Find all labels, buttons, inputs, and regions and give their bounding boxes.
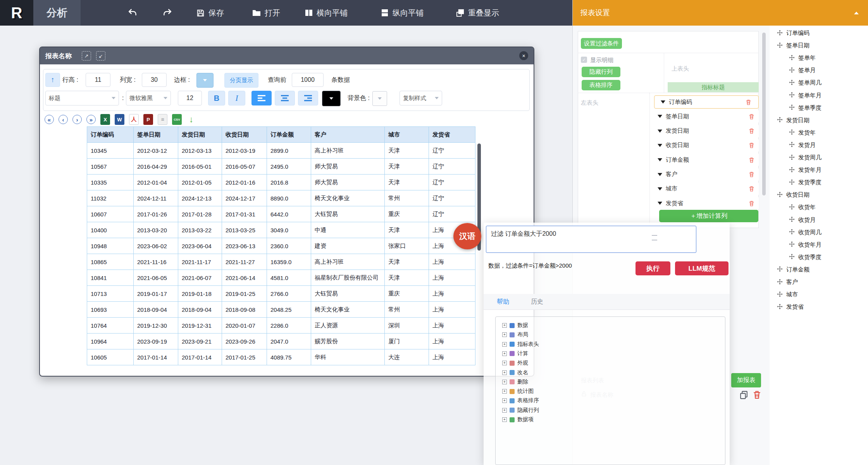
table-row[interactable]: 103452012-03-122012-03-132012-03-192899.…	[87, 143, 475, 159]
delete-field-icon[interactable]	[748, 171, 755, 178]
print-icon[interactable]: P	[143, 114, 153, 125]
field-dropdown-icon[interactable]	[658, 158, 662, 161]
export-text-icon[interactable]: ≡	[158, 114, 167, 125]
tree-item[interactable]: +隐藏行列	[502, 407, 539, 414]
metric-field-item[interactable]: 客户	[654, 168, 759, 181]
table-row[interactable]: 107642019-12-302019-12-312020-01-072286.…	[87, 318, 475, 334]
app-title-tab[interactable]: 分析	[33, 0, 81, 26]
source-field-item[interactable]: 签单日期	[777, 42, 809, 49]
tile-horizontal-button[interactable]: 横向平铺	[305, 0, 348, 26]
open-button[interactable]: 打开	[252, 0, 280, 26]
table-row[interactable]: 106932018-09-042018-09-042018-09-082048.…	[87, 302, 475, 318]
column-header[interactable]: 客户	[311, 127, 385, 143]
copy-report-icon[interactable]	[739, 390, 749, 401]
table-row[interactable]: 108412021-06-052021-06-072021-06-144581.…	[87, 270, 475, 286]
source-field-item[interactable]: 订单编码	[777, 29, 809, 37]
add-report-button[interactable]: 加报表	[731, 373, 761, 387]
table-row[interactable]: 105672016-04-292016-05-012016-05-072495.…	[87, 159, 475, 175]
table-row[interactable]: 109482023-06-022023-06-042023-06-132360.…	[87, 238, 475, 254]
delete-field-icon[interactable]	[748, 113, 755, 120]
source-field-item[interactable]: 订单金额	[777, 266, 809, 273]
window-restore-icon[interactable]: ↙	[96, 51, 105, 61]
tree-item[interactable]: +表格排序	[502, 397, 539, 404]
source-field-item[interactable]: 签单季度	[789, 104, 822, 112]
first-page-icon[interactable]: «	[45, 115, 54, 124]
source-field-item[interactable]: 签单周几	[789, 79, 822, 86]
field-dropdown-icon[interactable]	[658, 144, 662, 147]
tree-item[interactable]: +计算	[502, 350, 528, 357]
app-logo[interactable]: R	[0, 0, 33, 26]
source-field-item[interactable]: 发货年月	[789, 166, 822, 174]
tree-item[interactable]: +统计图	[502, 388, 534, 395]
field-dropdown-icon[interactable]	[661, 100, 665, 104]
tree-expand-icon[interactable]: +	[502, 332, 507, 337]
export-word-icon[interactable]: W	[115, 114, 124, 125]
column-header[interactable]: 发货日期	[178, 127, 222, 143]
llm-spec-button[interactable]: LLM规范	[675, 261, 728, 275]
overlap-windows-button[interactable]: 重叠显示	[456, 0, 499, 26]
tree-expand-icon[interactable]: +	[502, 417, 507, 422]
tree-expand-icon[interactable]: +	[502, 389, 507, 394]
delete-field-icon[interactable]	[748, 142, 755, 149]
tree-item[interactable]: +布局	[502, 331, 528, 338]
source-field-item[interactable]: 发货季度	[789, 179, 822, 186]
column-header[interactable]: 城市	[385, 127, 429, 143]
metric-field-item[interactable]: 签单日期	[654, 110, 759, 123]
tree-expand-icon[interactable]: +	[502, 351, 507, 356]
source-field-item[interactable]: 收货季度	[789, 254, 822, 261]
hide-rows-cols-button[interactable]: 隐藏行列	[582, 67, 620, 77]
metric-field-item[interactable]: 城市	[654, 182, 759, 195]
delete-field-icon[interactable]	[748, 185, 755, 192]
align-center-button[interactable]	[275, 91, 295, 105]
metric-field-item[interactable]: 发货日期	[654, 124, 759, 138]
source-field-item[interactable]: 城市	[777, 291, 798, 298]
window-close-button[interactable]: ×	[519, 51, 528, 60]
export-pdf-icon[interactable]: 人	[129, 114, 139, 125]
tree-item[interactable]: +数据	[502, 322, 528, 329]
delete-field-icon[interactable]	[748, 128, 755, 134]
delete-report-icon[interactable]	[752, 390, 762, 401]
table-row[interactable]: 109642023-09-192023-09-212023-09-262047.…	[87, 334, 475, 349]
download-icon[interactable]: ↓	[186, 114, 196, 125]
field-dropdown-icon[interactable]	[658, 173, 662, 176]
set-filter-button[interactable]: 设置过滤条件	[581, 38, 622, 49]
export-csv-icon[interactable]: CSV	[172, 114, 182, 125]
field-dropdown-icon[interactable]	[658, 187, 662, 190]
col-width-input[interactable]: 30	[142, 73, 167, 87]
tree-expand-icon[interactable]: +	[502, 342, 507, 347]
prev-page-icon[interactable]: ‹	[59, 115, 68, 124]
tree-expand-icon[interactable]: +	[502, 408, 507, 413]
source-field-item[interactable]: 发货日期	[777, 117, 809, 124]
move-up-button[interactable]: ↑	[45, 73, 60, 87]
table-row[interactable]: 110322024-12-112024-12-132024-12-178890.…	[87, 190, 475, 206]
last-page-icon[interactable]: »	[86, 115, 96, 124]
font-family-select[interactable]: 微软雅黑	[126, 91, 171, 105]
next-page-icon[interactable]: ›	[72, 115, 82, 124]
delete-field-icon[interactable]	[748, 200, 755, 207]
tree-item[interactable]: +数据项	[502, 416, 534, 423]
panel-scrollbar[interactable]	[762, 33, 766, 195]
cell-style-select[interactable]: 标题	[45, 91, 119, 105]
metric-field-item[interactable]: 发货省	[654, 197, 759, 210]
metric-field-item[interactable]: 订单金额	[654, 153, 759, 166]
source-field-item[interactable]: 收货月	[789, 216, 816, 224]
report-settings-header[interactable]: 报表设置	[573, 0, 868, 26]
panel-collapse-icon[interactable]	[854, 12, 859, 14]
font-color-dropdown[interactable]	[322, 91, 341, 106]
window-title-bar[interactable]: 报表名称 ↗ ↙	[40, 47, 534, 64]
delete-field-icon[interactable]	[748, 157, 755, 163]
source-field-item[interactable]: 客户	[777, 278, 798, 286]
copy-style-select[interactable]: 复制样式	[400, 91, 442, 105]
save-button[interactable]: 保存	[196, 0, 224, 26]
source-field-item[interactable]: 发货年	[789, 129, 816, 137]
table-row[interactable]: 103352012-01-042012-01-052012-01-162016.…	[87, 175, 475, 190]
resize-grip-icon[interactable]	[652, 235, 657, 240]
language-badge[interactable]: 汉语	[453, 223, 481, 249]
table-sort-button[interactable]: 表格排序	[582, 80, 620, 90]
tree-expand-icon[interactable]: +	[502, 380, 507, 384]
add-calc-column-button[interactable]: ＋增加计算列	[659, 210, 758, 222]
query-limit-input[interactable]: 1000	[292, 73, 324, 87]
table-row[interactable]: 107132019-01-172019-01-182019-01-252766.…	[87, 286, 475, 302]
tree-item[interactable]: +改名	[502, 369, 528, 376]
font-size-input[interactable]: 12	[178, 91, 202, 105]
